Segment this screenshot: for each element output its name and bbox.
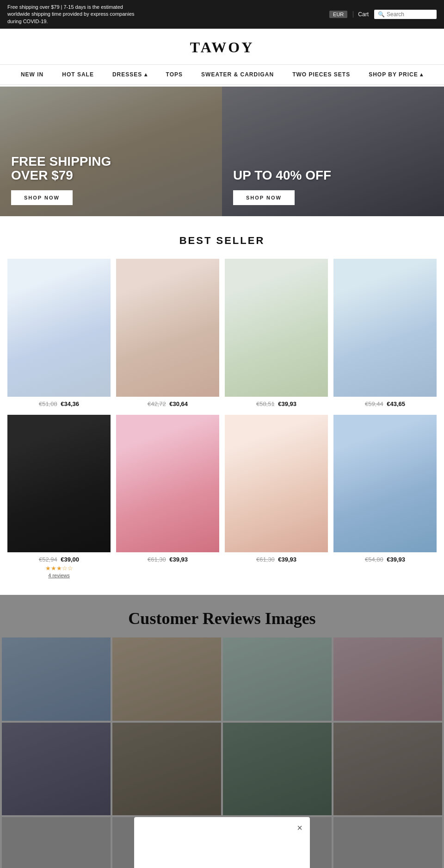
hero-left-shop-now-button[interactable]: SHOP NOW — [11, 190, 73, 205]
nav-item-dresses[interactable]: DRESSES ▴ — [103, 65, 157, 84]
currency-button[interactable]: EUR — [329, 11, 347, 18]
price-old-5: €52,94 — [39, 556, 57, 563]
product-prices-4: €59,44 €43,65 — [333, 400, 437, 407]
main-nav: NEW IN HOT SALE DRESSES ▴ TOPS SWEATER &… — [0, 64, 444, 85]
nav-item-hot-sale[interactable]: HOT SALE — [53, 65, 103, 84]
hero-right-heading: UP TO 40% OFF — [233, 169, 433, 183]
announcement-bar: Free shipping over $79 | 7-15 days is th… — [0, 0, 444, 29]
popup-modal: × — [134, 817, 310, 868]
product-prices-5: €52,94 €39,00 — [7, 556, 111, 563]
product-card-6[interactable]: €61,30 €39,93 — [113, 412, 222, 581]
nav-inner: NEW IN HOT SALE DRESSES ▴ TOPS SWEATER &… — [0, 65, 444, 84]
price-old-1: €51,08 — [39, 400, 57, 407]
search-icon: 🔍 — [378, 11, 385, 18]
product-reviews-5[interactable]: 4 reviews — [7, 573, 111, 578]
reviews-section: Customer Reviews Images × — [0, 595, 444, 868]
announcement-right: EUR Cart 🔍 — [329, 10, 437, 19]
cart-link[interactable]: Cart — [353, 11, 369, 18]
best-seller-title: BEST SELLER — [0, 216, 444, 256]
search-input[interactable] — [387, 11, 433, 18]
hero-section: FREE SHIPPINGOVER $79 SHOP NOW UP TO 40%… — [0, 87, 444, 216]
nav-item-two-pieces-sets[interactable]: TWO PIECES SETS — [283, 65, 359, 84]
price-old-8: €54,80 — [365, 556, 383, 563]
price-old-7: €61,30 — [256, 556, 275, 563]
hero-right-content: UP TO 40% OFF SHOP NOW — [233, 169, 433, 205]
product-image-3 — [225, 259, 328, 396]
product-card-4[interactable]: €59,44 €43,65 — [331, 256, 439, 412]
hero-banner-right[interactable]: UP TO 40% OFF SHOP NOW — [222, 87, 444, 216]
product-prices-7: €61,30 €39,93 — [225, 556, 328, 563]
product-card-7[interactable]: €61,30 €39,93 — [222, 412, 331, 581]
product-prices-1: €51,08 €34,36 — [7, 400, 111, 407]
hero-left-content: FREE SHIPPINGOVER $79 SHOP NOW — [11, 155, 211, 206]
product-image-1 — [7, 259, 111, 396]
price-old-4: €59,44 — [365, 400, 383, 407]
product-image-2 — [116, 259, 219, 396]
nav-item-shop-by-price[interactable]: SHOP BY PRICE ▴ — [359, 65, 432, 84]
product-image-5 — [7, 415, 111, 552]
product-prices-2: €42,72 €30,64 — [116, 400, 219, 407]
nav-item-new-in[interactable]: NEW IN — [12, 65, 53, 84]
search-box[interactable]: 🔍 — [374, 10, 437, 19]
product-card-8[interactable]: €54,80 €39,93 — [331, 412, 439, 581]
price-new-8: €39,93 — [387, 556, 405, 563]
popup-close-button[interactable]: × — [297, 823, 302, 833]
product-prices-8: €54,80 €39,93 — [333, 556, 437, 563]
logo-bar: TAWOY — [0, 29, 444, 64]
product-card-3[interactable]: €58,51 €39,93 — [222, 256, 331, 412]
hero-banner-left[interactable]: FREE SHIPPINGOVER $79 SHOP NOW — [0, 87, 222, 216]
product-card-1[interactable]: €51,08 €34,36 — [5, 256, 113, 412]
products-grid: €51,08 €34,36 €42,72 €30,64 €58,51 €39,9… — [0, 256, 444, 581]
price-new-7: €39,93 — [278, 556, 296, 563]
hero-left-heading: FREE SHIPPINGOVER $79 — [11, 155, 211, 183]
nav-item-sweater-cardigan[interactable]: SWEATER & CARDIGAN — [192, 65, 283, 84]
price-new-2: €30,64 — [169, 400, 188, 407]
product-stars-5: ★★★☆☆ — [7, 565, 111, 572]
product-prices-6: €61,30 €39,93 — [116, 556, 219, 563]
price-old-6: €61,30 — [148, 556, 166, 563]
price-new-4: €43,65 — [387, 400, 405, 407]
product-image-8 — [333, 415, 437, 552]
product-image-4 — [333, 259, 437, 396]
price-new-6: €39,93 — [169, 556, 188, 563]
product-image-6 — [116, 415, 219, 552]
price-old-3: €58,51 — [256, 400, 275, 407]
price-old-2: €42,72 — [148, 400, 166, 407]
product-image-7 — [225, 415, 328, 552]
nav-item-tops[interactable]: TOPS — [157, 65, 192, 84]
hero-right-shop-now-button[interactable]: SHOP NOW — [233, 190, 295, 205]
product-card-5[interactable]: €52,94 €39,00 ★★★☆☆ 4 reviews — [5, 412, 113, 581]
price-new-1: €34,36 — [61, 400, 79, 407]
product-prices-3: €58,51 €39,93 — [225, 400, 328, 407]
price-new-3: €39,93 — [278, 400, 296, 407]
announcement-text: Free shipping over $79 | 7-15 days is th… — [7, 4, 146, 25]
site-logo[interactable]: TAWOY — [0, 39, 444, 56]
price-new-5: €39,00 — [61, 556, 79, 563]
product-card-2[interactable]: €42,72 €30,64 — [113, 256, 222, 412]
